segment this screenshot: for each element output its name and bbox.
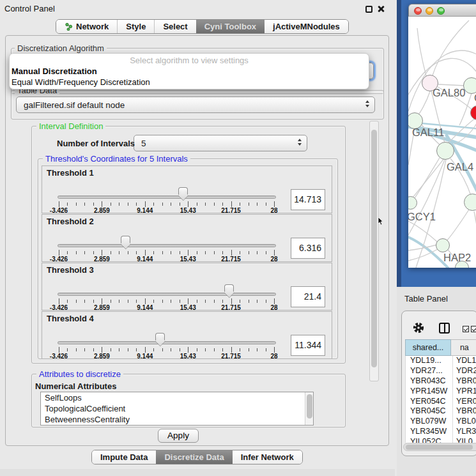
slider-knob[interactable] xyxy=(178,187,188,195)
table-panel: Table Panel shared... na xyxy=(397,287,476,476)
threshold-value-field[interactable]: 14.713 xyxy=(291,189,325,210)
network-icon xyxy=(65,22,73,31)
table-panel-body: shared... na YDL19...YDL1 YDR27...YDR2 Y… xyxy=(401,311,476,456)
threshold-value-field[interactable]: 6.316 xyxy=(291,238,325,259)
slider-knob[interactable] xyxy=(155,333,165,341)
split-view-icon[interactable] xyxy=(439,323,450,334)
slider-track[interactable] xyxy=(58,341,276,344)
table-row[interactable]: YBR045CYBR0 xyxy=(406,406,476,417)
tab-select[interactable]: Select xyxy=(154,20,196,33)
column-header-shared-name[interactable]: shared... xyxy=(405,339,451,356)
discretization-algorithm-group-label: Discretization Algorithm xyxy=(15,43,107,53)
table-data-combobox[interactable]: galFiltered.sif default node xyxy=(16,96,375,113)
cyni-toolbox-panel: Discretization Algorithm Select algorith… xyxy=(5,35,389,446)
float-window-icon[interactable] xyxy=(365,6,372,13)
threshold-value-field[interactable]: 21.4 xyxy=(291,286,325,307)
checkbox-icon[interactable] xyxy=(471,326,476,332)
scrollbar-thumb[interactable] xyxy=(371,130,377,367)
apply-button[interactable]: Apply xyxy=(158,429,199,443)
node-label-gal4: GAL4 xyxy=(447,161,473,173)
node-label-gal80: GAL80 xyxy=(433,87,465,99)
table-toolbar xyxy=(402,311,476,338)
tab-style[interactable]: Style xyxy=(117,20,154,33)
mouse-cursor xyxy=(378,217,383,228)
node-label-gal11: GAL11 xyxy=(412,127,444,139)
table-row[interactable]: YPR145WYPR1 xyxy=(406,387,476,397)
scrollbar-thumb[interactable] xyxy=(406,445,473,450)
number-of-intervals-label: Number of Intervals xyxy=(54,139,137,148)
table-body: YDL19...YDL1 YDR27...YDR2 YBR043CYBR0 YP… xyxy=(405,356,476,443)
threshold-slider-1[interactable]: -3.4262.8599.14415.4321.71528 xyxy=(42,166,332,213)
network-view-panel: GAL80 G C GAL11 GAL4 GCY1 H HAP2 xyxy=(397,0,476,287)
threshold-slider-2[interactable]: -3.4262.8599.14415.4321.71528 xyxy=(42,215,332,261)
tab-jactivemnodules[interactable]: jActiveMNodules xyxy=(265,20,348,33)
threshold-slider-3[interactable]: -3.4262.8599.14415.4321.71528 xyxy=(42,263,332,310)
list-item[interactable]: BetweennessCentrality xyxy=(41,414,313,425)
slider-tick-labels: -3.4262.8599.14415.4321.71528 xyxy=(59,353,274,360)
attributes-listbox[interactable]: SelfLoops TopologicalCoefficient Between… xyxy=(40,392,314,426)
close-icon[interactable] xyxy=(377,5,385,13)
attributes-group-label: Attributes to discretize xyxy=(36,369,123,379)
network-node-gal4[interactable] xyxy=(436,142,454,160)
settings-scrollbar[interactable] xyxy=(369,121,379,381)
threshold-panel-4: Threshold 4 -3.4262.8599.14415.4321.7152… xyxy=(42,311,332,359)
network-window-titlebar xyxy=(408,4,476,17)
column-header-name[interactable]: na xyxy=(451,339,476,356)
minimize-traffic-light-icon[interactable] xyxy=(426,7,433,15)
node-table: shared... na YDL19...YDL1 YDR27...YDR2 Y… xyxy=(405,339,476,443)
bottom-strip xyxy=(0,469,395,476)
table-row[interactable]: YDR27...YDR2 xyxy=(406,366,476,376)
zoom-traffic-light-icon[interactable] xyxy=(437,7,445,15)
network-canvas[interactable]: GAL80 G C GAL11 GAL4 GCY1 H HAP2 xyxy=(408,17,476,268)
screen: Control Panel Network Style Select Cyni … xyxy=(0,0,476,476)
threshold-panel-3: Threshold 3 -3.4262.8599.14415.4321.7152… xyxy=(42,263,332,311)
node-label-gcy1: GCY1 xyxy=(408,211,436,223)
threshold-value-field[interactable]: 11.344 xyxy=(291,335,325,356)
tab-network[interactable]: Network xyxy=(56,20,117,33)
tab-infer-network[interactable]: Infer Network xyxy=(233,450,302,464)
popup-option-manual-discretization[interactable]: Manual Discretization xyxy=(10,66,369,77)
table-row[interactable]: YDL19...YDL1 xyxy=(406,356,476,366)
top-tab-bar: Network Style Select Cyni Toolbox jActiv… xyxy=(56,19,349,34)
checkbox-icon[interactable] xyxy=(463,326,469,332)
slider-track[interactable] xyxy=(58,293,276,296)
interval-definition-group-label: Interval Definition xyxy=(36,121,105,131)
tab-cyni-toolbox[interactable]: Cyni Toolbox xyxy=(196,20,265,33)
table-hscrollbar[interactable] xyxy=(403,443,476,451)
table-row[interactable]: YER054CYER0 xyxy=(406,397,476,407)
threshold-panel-1: Threshold 1 -3.4262.8599.14415.4321.7152… xyxy=(42,165,332,213)
popup-placeholder: Select algorithm to view settings xyxy=(10,55,369,66)
tab-discretize-data[interactable]: Discretize Data xyxy=(156,450,232,464)
algorithm-dropdown-popup: Select algorithm to view settings Manual… xyxy=(9,53,369,89)
threshold-panel-2: Threshold 2 -3.4262.8599.14415.4321.7152… xyxy=(42,214,332,262)
threshold-slider-4[interactable]: -3.4262.8599.14415.4321.71528 xyxy=(42,312,332,358)
thresholds-group-label: Threshold's Coordinates for 5 Intervals xyxy=(43,154,190,164)
network-node-hap2[interactable] xyxy=(436,238,450,252)
slider-knob[interactable] xyxy=(224,284,234,292)
slider-track[interactable] xyxy=(58,196,276,199)
scrollbar-thumb[interactable] xyxy=(307,394,312,418)
listbox-scrollbar[interactable] xyxy=(305,392,313,425)
table-row[interactable]: YLR345WYLR3 xyxy=(406,427,476,437)
close-traffic-light-icon[interactable] xyxy=(414,7,422,15)
gear-icon[interactable] xyxy=(412,321,425,337)
node-label-hap2: HAP2 xyxy=(443,252,471,264)
tab-impute-data[interactable]: Impute Data xyxy=(92,450,156,464)
popup-option-equal-width-frequency[interactable]: Equal Width/Frequency Discretization xyxy=(10,77,369,88)
control-panel-title: Control Panel xyxy=(4,4,55,13)
slider-knob[interactable] xyxy=(121,236,130,243)
number-of-intervals-combobox[interactable]: 5 xyxy=(134,135,307,151)
slider-track[interactable] xyxy=(58,244,276,247)
network-window: GAL80 G C GAL11 GAL4 GCY1 H HAP2 xyxy=(408,4,476,268)
combo-stepper-icon xyxy=(365,100,369,107)
table-row[interactable]: YBL079WYBL0 xyxy=(406,417,476,427)
list-item[interactable]: TopologicalCoefficient xyxy=(41,403,313,414)
tab-network-label: Network xyxy=(76,20,109,33)
table-header: shared... na xyxy=(405,339,476,356)
numerical-attributes-label: Numerical Attributes xyxy=(35,381,116,391)
bottom-tab-bar: Impute Data Discretize Data Infer Networ… xyxy=(91,450,303,464)
combo-stepper-icon xyxy=(298,139,302,146)
list-item[interactable]: SelfLoops xyxy=(41,392,313,403)
table-row[interactable]: YBR043CYBR0 xyxy=(406,376,476,387)
table-row[interactable]: YIL052CYIL0 xyxy=(406,437,476,443)
